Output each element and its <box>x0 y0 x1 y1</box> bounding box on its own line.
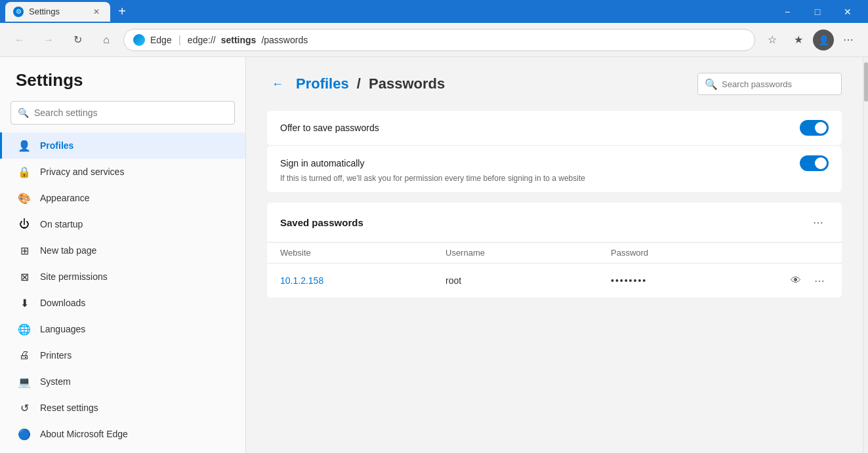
search-passwords-box[interactable]: 🔍 <box>697 73 842 95</box>
col-header-website: Website <box>280 248 445 258</box>
sidebar-item-site-permissions-label: Site permissions <box>40 271 108 282</box>
saved-passwords-title: Saved passwords <box>280 217 363 228</box>
sidebar-item-languages[interactable]: 🌐 Languages <box>0 316 245 342</box>
tab-label: Settings <box>29 7 85 16</box>
passwords-table: Website Username Password 10.1.2.158 roo… <box>267 243 842 298</box>
col-header-username: Username <box>445 248 611 258</box>
back-to-profiles-button[interactable]: ← <box>267 73 288 94</box>
address-separator: | <box>178 34 181 46</box>
offer-save-toggle[interactable] <box>800 120 829 136</box>
sidebar-item-about[interactable]: 🔵 About Microsoft Edge <box>0 421 245 447</box>
show-password-button[interactable]: 👁 <box>787 271 805 290</box>
sign-in-auto-toggle[interactable] <box>800 155 829 171</box>
search-settings-icon: 🔍 <box>18 108 29 118</box>
offer-save-label: Offer to save passwords <box>280 123 379 133</box>
password-more-button[interactable]: ⋯ <box>810 271 829 290</box>
sidebar-item-downloads-label: Downloads <box>40 298 85 308</box>
sidebar-item-system-label: System <box>40 376 71 387</box>
tab-favicon: ⚙ <box>13 7 24 17</box>
sidebar-item-downloads[interactable]: ⬇ Downloads <box>0 290 245 316</box>
sign-in-auto-subtitle: If this is turned off, we'll ask you for… <box>280 174 829 183</box>
about-icon: 🔵 <box>18 427 31 441</box>
new-tab-icon: ⊞ <box>18 244 31 257</box>
breadcrumb-profiles-link[interactable]: Profiles <box>296 75 349 92</box>
privacy-icon: 🔒 <box>18 165 31 178</box>
settings-nav: 👤 Profiles 🔒 Privacy and services 🎨 Appe… <box>0 132 245 447</box>
saved-passwords-more-button[interactable]: ⋯ <box>808 212 829 233</box>
sidebar-item-profiles[interactable]: 👤 Profiles <box>0 132 245 159</box>
sidebar-item-system[interactable]: 💻 System <box>0 368 245 395</box>
page-header: ← Profiles / Passwords 🔍 <box>267 73 842 95</box>
search-settings-box[interactable]: 🔍 <box>10 101 235 125</box>
password-entry-username: root <box>445 275 611 286</box>
search-passwords-input[interactable] <box>722 79 835 89</box>
table-header: Website Username Password <box>267 243 842 264</box>
forward-icon: → <box>43 34 54 46</box>
favorite-button[interactable]: ☆ <box>760 28 784 52</box>
breadcrumb-current: Passwords <box>369 75 445 92</box>
sidebar-item-profiles-label: Profiles <box>40 140 73 151</box>
sidebar-item-on-startup[interactable]: ⏻ On startup <box>0 211 245 237</box>
sidebar-item-new-tab[interactable]: ⊞ New tab page <box>0 237 245 264</box>
col-header-actions <box>776 248 829 258</box>
password-entry-actions: 👁 ⋯ <box>776 271 829 290</box>
sidebar-item-appearance-label: Appearance <box>40 193 90 203</box>
settings-tab[interactable]: ⚙ Settings ✕ <box>5 2 110 22</box>
offer-to-save-passwords-row: Offer to save passwords <box>267 111 842 145</box>
minimize-button[interactable]: − <box>772 0 802 23</box>
tab-close-button[interactable]: ✕ <box>91 6 102 18</box>
reset-icon: ↺ <box>18 401 31 414</box>
sign-in-auto-row: Sign in automatically If this is turned … <box>267 146 842 192</box>
main-layout: Settings 🔍 👤 Profiles 🔒 Privacy and serv… <box>0 57 868 453</box>
maximize-button[interactable]: □ <box>802 0 833 23</box>
address-bar[interactable]: Edge | edge://settings/passwords <box>123 29 755 51</box>
content-area: ← Profiles / Passwords 🔍 Offer to save p… <box>246 57 863 453</box>
sidebar-item-privacy[interactable]: 🔒 Privacy and services <box>0 159 245 185</box>
sidebar-item-new-tab-label: New tab page <box>40 245 96 256</box>
home-icon: ⌂ <box>103 34 110 46</box>
scroll-thumb[interactable] <box>864 62 868 102</box>
search-settings-input[interactable] <box>34 108 228 118</box>
more-icon: ⋯ <box>843 33 854 46</box>
address-brand: Edge <box>150 35 172 45</box>
more-dots-icon: ⋯ <box>814 275 825 287</box>
breadcrumb-separator: / <box>357 75 365 92</box>
scrollbar[interactable] <box>863 57 868 453</box>
favorites-button[interactable]: ★ <box>787 28 810 52</box>
sidebar-item-reset[interactable]: ↺ Reset settings <box>0 395 245 421</box>
back-icon: ← <box>272 77 283 91</box>
settings-title: Settings <box>0 70 245 101</box>
refresh-button[interactable]: ↻ <box>66 28 89 52</box>
search-passwords-icon: 🔍 <box>705 78 718 90</box>
password-entry-password: •••••••• <box>611 275 776 286</box>
sidebar-item-languages-label: Languages <box>40 324 85 334</box>
profile-button[interactable]: 👤 <box>813 30 834 50</box>
sidebar-item-site-permissions[interactable]: ⊠ Site permissions <box>0 264 245 290</box>
home-button[interactable]: ⌂ <box>94 28 118 52</box>
site-permissions-icon: ⊠ <box>18 270 31 283</box>
on-startup-icon: ⏻ <box>18 218 31 231</box>
sign-in-auto-label: Sign in automatically <box>280 158 364 168</box>
password-entry-website[interactable]: 10.1.2.158 <box>280 275 445 286</box>
sidebar-item-privacy-label: Privacy and services <box>40 167 124 177</box>
languages-icon: 🌐 <box>18 323 31 336</box>
back-button[interactable]: ← <box>8 28 31 52</box>
close-button[interactable]: ✕ <box>833 0 863 23</box>
sidebar-item-printers[interactable]: 🖨 Printers <box>0 342 245 368</box>
address-bold: settings <box>221 35 257 45</box>
titlebar: ⚙ Settings ✕ + − □ ✕ <box>0 0 868 23</box>
sidebar-item-reset-label: Reset settings <box>40 403 98 413</box>
forward-button[interactable]: → <box>37 28 60 52</box>
sidebar-item-on-startup-label: On startup <box>40 219 83 229</box>
more-tools-button[interactable]: ⋯ <box>837 28 860 52</box>
sidebar-item-about-label: About Microsoft Edge <box>40 429 128 439</box>
appearance-icon: 🎨 <box>18 191 31 205</box>
favorites-icon: ★ <box>794 33 803 46</box>
back-icon: ← <box>14 34 25 46</box>
breadcrumb: Profiles / Passwords <box>296 75 445 92</box>
new-tab-button[interactable]: + <box>113 3 131 21</box>
eye-icon: 👁 <box>791 275 801 286</box>
window-controls: − □ ✕ <box>772 0 863 23</box>
sidebar-item-appearance[interactable]: 🎨 Appearance <box>0 185 245 211</box>
system-icon: 💻 <box>18 375 31 388</box>
